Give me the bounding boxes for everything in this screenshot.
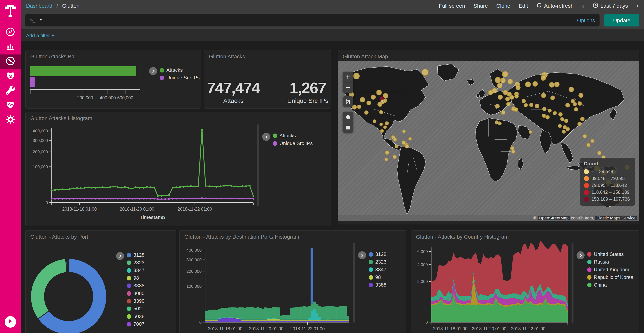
legend-toggle-button[interactable]: [262, 133, 270, 141]
full-screen-button[interactable]: Full screen: [439, 3, 465, 9]
attack-bubble[interactable]: [514, 94, 518, 98]
attack-bubble[interactable]: [558, 112, 562, 116]
attack-bubble[interactable]: [550, 96, 555, 100]
attack-bubble[interactable]: [402, 130, 406, 133]
legend-item[interactable]: 5038: [127, 313, 144, 319]
zoom-out-button[interactable]: [343, 82, 353, 93]
fit-bounds-icon[interactable]: [343, 96, 353, 107]
attack-bubble[interactable]: [530, 103, 533, 107]
attack-bubble[interactable]: [587, 143, 590, 147]
sidebar-item-visualize[interactable]: [0, 40, 21, 55]
update-button[interactable]: Update: [604, 14, 640, 27]
attack-bubble[interactable]: [500, 78, 506, 83]
legend-scrollbar[interactable]: [353, 243, 355, 323]
attack-bubble[interactable]: [393, 155, 396, 159]
sidebar-item-devtools[interactable]: [0, 84, 21, 98]
sidebar-collapse-button[interactable]: [4, 316, 16, 328]
attacks-by-port-donut[interactable]: [26, 241, 116, 333]
attack-bubble[interactable]: [383, 93, 388, 98]
legend-item[interactable]: 502: [127, 306, 144, 311]
attack-bubble[interactable]: [583, 134, 587, 138]
elastic-maps-service-link[interactable]: Elastic Maps Service: [595, 216, 637, 220]
legend-toggle-button[interactable]: [116, 252, 124, 260]
search-input[interactable]: >_ Options: [25, 14, 600, 27]
attack-bubble[interactable]: [542, 114, 546, 118]
attack-bubble[interactable]: [408, 137, 412, 140]
attack-bubble[interactable]: [498, 95, 502, 100]
attack-bubble[interactable]: [502, 111, 505, 115]
legend-scrollbar[interactable]: [572, 243, 574, 323]
legend-toggle-button[interactable]: [358, 251, 366, 259]
attack-bubble[interactable]: [558, 124, 562, 128]
time-picker-button[interactable]: Last 7 days: [593, 2, 628, 9]
legend-item[interactable]: 3388: [127, 283, 144, 288]
attack-bubble[interactable]: [378, 102, 382, 107]
attack-bubble[interactable]: [422, 69, 428, 75]
attack-bubble[interactable]: [405, 145, 409, 148]
time-prev-button[interactable]: ‹: [582, 3, 584, 9]
attack-bubble[interactable]: [560, 117, 564, 121]
destination-ports-chart[interactable]: 0100,000200,000300,000400,0002018-11-18 …: [181, 241, 353, 333]
attack-bubble[interactable]: [578, 102, 582, 106]
attack-bubble[interactable]: [574, 107, 578, 111]
attack-bubble[interactable]: [495, 104, 500, 108]
legend-item[interactable]: 3347: [369, 267, 386, 272]
attack-bubble[interactable]: [514, 108, 518, 111]
time-next-button[interactable]: ›: [636, 3, 639, 9]
query-options-link[interactable]: Options: [577, 18, 595, 23]
attack-bubble[interactable]: [522, 99, 526, 103]
attack-bubble[interactable]: [373, 120, 376, 123]
attack-bubble[interactable]: [498, 122, 502, 125]
attack-bubble[interactable]: [506, 102, 510, 106]
attack-bubble[interactable]: [535, 104, 539, 108]
attack-bubble[interactable]: [554, 82, 559, 87]
legend-toggle-button[interactable]: [149, 67, 157, 75]
attack-bubble[interactable]: [502, 71, 508, 77]
legend-item[interactable]: 2323: [369, 259, 386, 265]
attack-bubble[interactable]: [380, 129, 384, 132]
legend-item[interactable]: 3347: [127, 267, 144, 273]
legend-item[interactable]: 98: [369, 274, 386, 280]
sidebar-item-discover[interactable]: [0, 25, 21, 40]
sidebar-item-dashboard[interactable]: [0, 55, 21, 69]
sidebar-item-management[interactable]: [0, 113, 21, 127]
attack-bubble[interactable]: [354, 73, 360, 79]
auto-refresh-button[interactable]: Auto-refresh: [536, 2, 574, 9]
attack-bubble[interactable]: [379, 110, 383, 114]
attack-bubble[interactable]: [364, 111, 368, 115]
attack-bubble[interactable]: [533, 81, 538, 86]
attack-bubble[interactable]: [579, 93, 583, 98]
edit-button[interactable]: Edit: [519, 3, 528, 9]
attack-bubble[interactable]: [566, 127, 570, 131]
legend-item[interactable]: 3128: [369, 251, 386, 257]
clone-button[interactable]: Clone: [496, 3, 510, 9]
legend-item[interactable]: United Kingdom: [587, 267, 634, 272]
attack-bubble[interactable]: [562, 130, 566, 134]
attack-bubble[interactable]: [497, 83, 502, 88]
query-input[interactable]: [39, 17, 573, 24]
attack-bubble[interactable]: [546, 116, 550, 119]
legend-toggle-button[interactable]: [576, 251, 584, 259]
attack-bubble[interactable]: [549, 82, 554, 87]
attack-bubble[interactable]: [488, 90, 493, 95]
attack-bubble[interactable]: [510, 146, 514, 150]
share-button[interactable]: Share: [474, 3, 488, 9]
attack-bubble[interactable]: [380, 123, 383, 126]
attack-bubble[interactable]: [357, 105, 361, 109]
attack-bubble[interactable]: [525, 82, 531, 87]
attack-bubble[interactable]: [541, 93, 546, 98]
attack-bubble[interactable]: [529, 130, 532, 134]
attack-bubble[interactable]: [506, 97, 510, 101]
legend-item[interactable]: Unique Src IPs: [273, 140, 312, 146]
attack-bubble[interactable]: [393, 138, 397, 141]
attack-bubble[interactable]: [385, 151, 389, 155]
attack-bubble[interactable]: [376, 90, 382, 95]
sidebar-item-honeypot[interactable]: [0, 69, 21, 84]
attack-bubble[interactable]: [598, 151, 601, 155]
zoom-in-button[interactable]: [343, 72, 353, 82]
attack-bubble[interactable]: [542, 107, 546, 111]
attack-bubble[interactable]: [553, 111, 556, 115]
attack-map[interactable]: Count 1 – 39,54839,548 – 79,09579,095 – …: [338, 61, 639, 221]
attack-bubble[interactable]: [383, 99, 387, 102]
attack-bubble[interactable]: [371, 95, 376, 100]
